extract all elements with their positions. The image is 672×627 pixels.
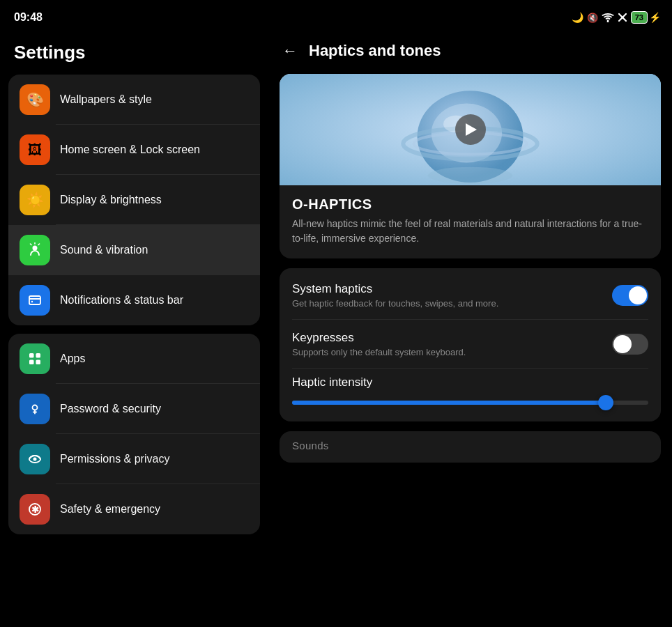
sidebar-item-display[interactable]: ☀️ Display & brightness	[8, 175, 260, 225]
battery-level: 73	[631, 11, 648, 24]
hero-card: O-HAPTICS All-new haptics mimic the feel…	[280, 74, 661, 258]
battery-container: 73 ⚡	[631, 11, 661, 24]
sim-icon	[618, 13, 627, 22]
svg-point-7	[33, 405, 38, 410]
system-haptics-desc: Get haptic feedback for touches, swipes,…	[292, 298, 498, 309]
time-display: 09:48	[14, 11, 43, 24]
sidebar-item-notifications[interactable]: Notifications & status bar	[8, 275, 260, 325]
display-icon: ☀️	[20, 185, 50, 215]
svg-rect-4	[36, 353, 41, 358]
page-title: Haptics and tones	[309, 42, 441, 60]
mute-icon: 🔇	[587, 13, 598, 23]
password-icon	[20, 394, 50, 424]
moon-icon: 🌙	[572, 12, 583, 23]
sidebar-item-safety[interactable]: ✱ Safety & emergency	[8, 484, 260, 534]
play-triangle-icon	[466, 123, 477, 136]
system-haptics-toggle[interactable]	[612, 285, 648, 306]
svg-rect-6	[36, 360, 41, 365]
notifications-icon	[20, 285, 50, 316]
hero-image	[280, 74, 661, 185]
safety-icon: ✱	[20, 494, 50, 525]
hero-title: O-HAPTICS	[292, 196, 648, 212]
sidebar-item-wallpapers[interactable]: 🎨 Wallpapers & style	[8, 75, 260, 125]
toggle-thumb	[629, 286, 647, 304]
sidebar-item-label: Wallpapers & style	[60, 93, 152, 107]
charging-icon: ⚡	[649, 12, 661, 23]
haptic-intensity-row: Haptic intensity	[280, 369, 661, 419]
apps-icon	[20, 343, 50, 374]
sound-icon	[20, 235, 50, 265]
svg-point-2	[31, 301, 33, 302]
sounds-card: Sounds	[280, 431, 661, 463]
sidebar-item-label: Sound & vibration	[60, 243, 148, 258]
system-haptics-label: System haptics	[292, 282, 498, 296]
status-bar-left: 09:48	[0, 0, 268, 35]
sidebar-item-label: Permissions & privacy	[60, 452, 169, 467]
permissions-icon	[20, 444, 50, 474]
sidebar-item-password[interactable]: Password & security	[8, 384, 260, 434]
status-bar-right: 🌙 🔇 73 ⚡	[268, 0, 672, 35]
content-area: O-HAPTICS All-new haptics mimic the feel…	[268, 74, 672, 627]
haptics-settings-card: System haptics Get haptic feedback for t…	[280, 268, 661, 421]
slider-thumb[interactable]	[598, 395, 613, 410]
svg-rect-1	[29, 296, 40, 304]
status-icons: 🌙 🔇 73 ⚡	[572, 11, 661, 24]
haptic-intensity-slider[interactable]	[292, 401, 648, 405]
settings-title: Settings	[0, 35, 268, 75]
slider-fill	[292, 401, 606, 405]
hero-desc: All-new haptics mimic the feel of real m…	[292, 217, 648, 246]
menu-group-1: 🎨 Wallpapers & style 🖼 Home screen & Loc…	[8, 75, 260, 325]
sidebar-item-apps[interactable]: Apps	[8, 334, 260, 384]
svg-point-9	[33, 458, 37, 461]
system-haptics-info: System haptics Get haptic feedback for t…	[292, 282, 498, 309]
svg-point-0	[33, 246, 38, 251]
keypresses-desc: Supports only the default system keyboar…	[292, 347, 466, 357]
sidebar-item-label: Apps	[60, 352, 85, 366]
sidebar-item-label: Password & security	[60, 402, 161, 417]
keypresses-toggle[interactable]	[612, 334, 648, 355]
keypresses-row[interactable]: Keypresses Supports only the default sys…	[280, 320, 661, 369]
menu-group-2: Apps Password & security Per	[8, 334, 260, 534]
svg-point-19	[428, 167, 513, 184]
right-panel: 🌙 🔇 73 ⚡ ← Haptics	[268, 0, 672, 627]
sidebar-item-label: Notifications & status bar	[60, 293, 183, 308]
keypresses-info: Keypresses Supports only the default sys…	[292, 331, 466, 357]
sidebar-item-label: Home screen & Lock screen	[60, 143, 200, 157]
sounds-header: Sounds	[280, 434, 661, 460]
haptic-intensity-label: Haptic intensity	[292, 376, 648, 389]
play-button[interactable]	[455, 114, 486, 145]
homescreen-icon: 🖼	[20, 134, 50, 165]
system-haptics-row[interactable]: System haptics Get haptic feedback for t…	[280, 271, 661, 320]
svg-rect-3	[29, 353, 34, 358]
sidebar-item-sound[interactable]: Sound & vibration	[8, 225, 260, 275]
svg-rect-5	[29, 360, 34, 365]
back-button[interactable]: ←	[282, 42, 298, 60]
sidebar-item-homescreen[interactable]: 🖼 Home screen & Lock screen	[8, 125, 260, 175]
toggle-thumb-2	[613, 335, 632, 353]
sidebar-item-label: Safety & emergency	[60, 502, 160, 517]
left-panel: 09:48 Settings 🎨 Wallpapers & style 🖼 Ho…	[0, 0, 268, 627]
wifi-icon	[602, 13, 614, 22]
page-header: ← Haptics and tones	[268, 35, 672, 74]
wallpapers-icon: 🎨	[20, 84, 50, 115]
sidebar-item-label: Display & brightness	[60, 193, 162, 208]
svg-text:✱: ✱	[31, 504, 39, 515]
sidebar-item-permissions[interactable]: Permissions & privacy	[8, 434, 260, 484]
keypresses-label: Keypresses	[292, 331, 466, 345]
hero-text: O-HAPTICS All-new haptics mimic the feel…	[280, 185, 661, 258]
